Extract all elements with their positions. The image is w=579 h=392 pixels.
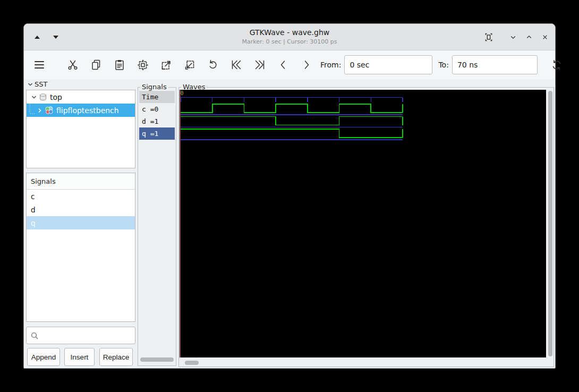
cut-button[interactable] bbox=[66, 58, 79, 71]
menu-icon bbox=[30, 58, 48, 71]
sst-tree-panel: top flipfloptestbench bbox=[26, 90, 135, 168]
scope-cylinder-icon bbox=[39, 93, 47, 101]
chevron-left-icon bbox=[277, 58, 289, 71]
zoom-in-arrow-icon bbox=[183, 58, 196, 72]
zoom-out-full-button[interactable] bbox=[160, 58, 173, 71]
titlebar: GTKWave - wave.ghw Marker: 0 sec | Curso… bbox=[24, 24, 555, 50]
chevron-up-icon bbox=[524, 32, 534, 42]
go-to-end-button[interactable] bbox=[253, 58, 266, 71]
marker-cursor-status: Marker: 0 sec | Cursor: 30100 ps bbox=[24, 38, 555, 45]
to-input[interactable] bbox=[452, 55, 538, 74]
wave-plot: 0 bbox=[180, 90, 546, 357]
undo-button[interactable] bbox=[207, 58, 219, 71]
shift-left-button[interactable] bbox=[277, 58, 289, 71]
gtkwave-window: GTKWave - wave.ghw Marker: 0 sec | Curso… bbox=[23, 23, 556, 369]
row-label: c =0 bbox=[142, 105, 158, 113]
time-origin-label: 0 bbox=[181, 90, 184, 96]
row-label: d =1 bbox=[142, 117, 158, 125]
signal-value-row-q[interactable]: q =1 bbox=[139, 127, 175, 140]
chevron-right-icon bbox=[300, 58, 313, 71]
tree-item-label: top bbox=[50, 93, 62, 101]
signal-search-box[interactable] bbox=[26, 327, 135, 344]
search-icon bbox=[30, 331, 39, 340]
from-label: From: bbox=[320, 61, 341, 69]
waves-hscrollbar[interactable] bbox=[180, 360, 546, 366]
paste-button[interactable] bbox=[113, 58, 126, 71]
close-icon bbox=[540, 32, 550, 42]
tree-item-top[interactable]: top bbox=[27, 90, 135, 104]
chevron-down-icon bbox=[508, 32, 518, 42]
undo-icon bbox=[207, 58, 219, 72]
reload-button[interactable] bbox=[550, 58, 563, 71]
row-label: Time bbox=[142, 93, 158, 101]
tree-item-flipfloptestbench[interactable]: flipfloptestbench bbox=[27, 104, 135, 117]
zoom-fit-icon bbox=[137, 58, 149, 72]
wave-canvas[interactable]: 0 bbox=[180, 90, 546, 357]
minimize-button[interactable] bbox=[506, 30, 520, 44]
zoom-in-button[interactable] bbox=[183, 58, 196, 71]
fullscreen-button[interactable] bbox=[482, 30, 496, 44]
scrollbar-thumb[interactable] bbox=[185, 361, 199, 365]
signal-list-header: Signals bbox=[27, 173, 135, 190]
zoom-out-arrow-icon bbox=[160, 58, 173, 72]
signals-panel-title: Signals bbox=[140, 83, 168, 91]
time-header-row[interactable]: Time bbox=[139, 91, 175, 103]
cut-icon bbox=[66, 58, 79, 71]
go-start-icon bbox=[230, 58, 243, 72]
expander-chevron-icon bbox=[27, 81, 33, 88]
signal-name: q bbox=[31, 219, 36, 227]
replace-button[interactable]: Replace bbox=[99, 348, 133, 366]
expander-chevron-icon bbox=[37, 107, 43, 114]
tree-connector bbox=[28, 104, 35, 117]
signal-list-item-q[interactable]: q bbox=[27, 216, 135, 229]
zoom-fit-button[interactable] bbox=[137, 58, 149, 71]
copy-button[interactable] bbox=[90, 58, 103, 71]
scrollbar-thumb[interactable] bbox=[140, 357, 174, 362]
module-icon bbox=[45, 106, 54, 115]
signal-list-item-c[interactable]: c bbox=[27, 190, 135, 203]
insert-button[interactable]: Insert bbox=[64, 348, 95, 366]
signal-name: d bbox=[31, 206, 36, 214]
menu-button[interactable] bbox=[30, 58, 48, 71]
pane-divider[interactable] bbox=[135, 79, 137, 368]
sst-title: SST bbox=[35, 80, 47, 88]
go-to-start-button[interactable] bbox=[230, 58, 243, 71]
signals-values-panel: Signals Time c =0 d =1 q =1 bbox=[138, 87, 176, 366]
waves-panel: Waves 0 bbox=[178, 87, 554, 367]
scrollbar-thumb[interactable] bbox=[548, 91, 552, 356]
signal-value-row-d[interactable]: d =1 bbox=[139, 115, 175, 127]
shift-right-button[interactable] bbox=[300, 58, 313, 71]
to-label: To: bbox=[438, 61, 448, 69]
row-label: q =1 bbox=[142, 130, 158, 138]
signal-search-panel: Signals c d q bbox=[26, 173, 135, 322]
fullscreen-icon bbox=[483, 32, 494, 42]
append-button[interactable]: Append bbox=[27, 348, 60, 366]
expander-chevron-icon bbox=[31, 94, 37, 100]
signal-name: c bbox=[31, 192, 35, 201]
from-input[interactable] bbox=[344, 55, 432, 74]
waves-vscrollbar[interactable] bbox=[547, 90, 554, 357]
signals-hscrollbar[interactable] bbox=[139, 356, 175, 363]
sst-expander[interactable]: SST bbox=[27, 80, 47, 88]
maximize-button[interactable] bbox=[522, 30, 536, 44]
signal-value-row-c[interactable]: c =0 bbox=[139, 103, 175, 115]
window-title: GTKWave - wave.ghw bbox=[24, 28, 555, 37]
toolbar: From: To: bbox=[24, 50, 555, 79]
copy-icon bbox=[90, 58, 103, 71]
signal-list-item-d[interactable]: d bbox=[27, 203, 135, 216]
paste-icon bbox=[113, 58, 126, 71]
go-end-icon bbox=[253, 58, 266, 72]
close-button[interactable] bbox=[538, 30, 552, 44]
tree-item-label: flipfloptestbench bbox=[56, 106, 119, 115]
reload-icon bbox=[550, 58, 563, 72]
